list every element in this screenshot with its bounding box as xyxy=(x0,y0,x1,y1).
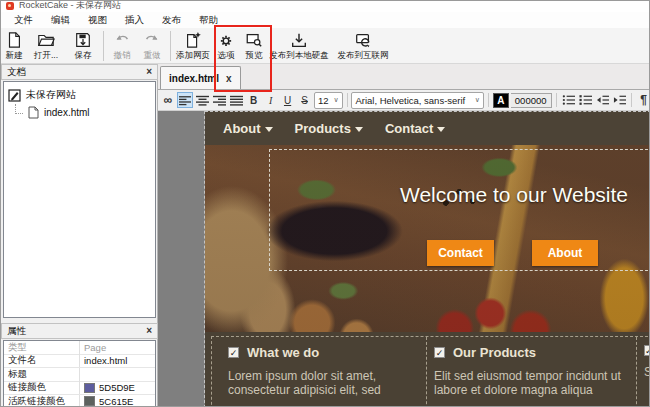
bullet-list-icon xyxy=(562,94,575,106)
indent-icon xyxy=(613,94,626,106)
strikethrough-button[interactable]: S xyxy=(297,92,312,108)
chevron-down-icon: ∨ xyxy=(333,96,338,104)
documents-panel: 文档 × 未保存网站 index.html xyxy=(1,64,158,320)
site-nav-about[interactable]: About xyxy=(223,121,273,136)
italic-button[interactable]: I xyxy=(263,92,278,108)
active-link-color-swatch[interactable] xyxy=(84,396,95,406)
sections-selection-outline: ✓ What we do Lorem ipsum dolor sit amet,… xyxy=(211,336,650,407)
font-family-select[interactable]: Arial, Helvetica, sans-serif ∨ xyxy=(351,92,484,109)
tab-index-html[interactable]: index.html x xyxy=(160,66,241,89)
left-sidebar: 文档 × 未保存网站 index.html 属性 xyxy=(1,64,158,407)
hero-image[interactable]: Welcome to our Website Contact About xyxy=(205,145,650,332)
format-toolbar: ∞ B I U S 12 ∨ xyxy=(158,90,650,111)
tab-close-icon[interactable]: x xyxy=(226,73,232,84)
property-row-link-color[interactable]: 链接颜色 5D5D9E xyxy=(4,382,155,396)
options-button[interactable]: 选项 xyxy=(212,30,240,62)
align-center-button[interactable] xyxy=(195,92,210,108)
preview-button[interactable]: 预览 xyxy=(240,30,268,62)
tab-strip: index.html x xyxy=(158,64,650,90)
tree-item-index-html[interactable]: index.html xyxy=(15,106,151,119)
new-document-icon xyxy=(4,31,24,49)
website-page[interactable]: About Products Contact Welcome to our We… xyxy=(204,111,650,407)
tree-root-label: 未保存网站 xyxy=(26,88,76,102)
menu-insert[interactable]: 插入 xyxy=(116,12,153,29)
toolbar-separator xyxy=(170,31,171,61)
add-page-button[interactable]: 添加网页 xyxy=(174,30,212,62)
undo-button[interactable]: 撤销 xyxy=(107,30,137,62)
documents-panel-header: 文档 × xyxy=(1,64,158,80)
app-logo-icon xyxy=(6,2,14,10)
menu-publish[interactable]: 发布 xyxy=(153,12,190,29)
section-checkbox[interactable]: ✓ xyxy=(434,347,445,358)
chevron-down-icon: ∨ xyxy=(475,96,480,104)
property-row-filename[interactable]: 文件名 index.html xyxy=(4,355,155,369)
tree-file-label: index.html xyxy=(44,107,90,118)
site-nav-contact[interactable]: Contact xyxy=(385,121,445,136)
menu-file[interactable]: 文件 xyxy=(5,12,42,29)
increase-indent-button[interactable] xyxy=(612,92,627,108)
add-page-icon xyxy=(183,31,203,49)
properties-table: 类型 Page 文件名 index.html 标题 链接颜色 5D5D9E 活跃… xyxy=(3,340,156,407)
toolbar-separator xyxy=(103,31,104,61)
underline-button[interactable]: U xyxy=(280,92,295,108)
align-left-icon xyxy=(179,95,191,106)
decrease-indent-button[interactable] xyxy=(595,92,610,108)
redo-arrow-icon xyxy=(142,31,162,49)
property-row-active-link-color[interactable]: 活跃链接颜色 5C615E xyxy=(4,395,155,407)
insert-link-button[interactable]: ∞ xyxy=(160,92,175,108)
hero-title[interactable]: Welcome to our Website xyxy=(400,183,628,207)
section-our-products[interactable]: ✓ Our Products Elit sed eiusmod tempor i… xyxy=(426,337,636,407)
section-checkbox[interactable]: ✓ xyxy=(644,345,650,356)
menu-view[interactable]: 视图 xyxy=(79,12,116,29)
properties-panel-title: 属性 xyxy=(7,325,146,338)
main-toolbar: 新建 打开... 保存 撤销 重做 xyxy=(1,28,650,64)
publish-web-button[interactable]: 发布到互联网 xyxy=(330,30,396,62)
site-nav-products[interactable]: Products xyxy=(295,121,363,136)
open-folder-icon xyxy=(36,31,56,49)
new-button[interactable]: 新建 xyxy=(2,30,26,62)
highlighted-button-group: 选项 预览 xyxy=(212,30,268,62)
section-third[interactable]: ✓ Sit xyxy=(636,337,650,407)
gear-icon xyxy=(216,31,236,49)
property-row-title[interactable]: 标题 xyxy=(4,368,155,382)
show-paragraph-marks-button[interactable]: ¶ xyxy=(636,92,650,108)
website-edit-icon xyxy=(8,89,21,102)
section-checkbox[interactable]: ✓ xyxy=(228,347,239,358)
dropdown-caret-icon xyxy=(437,127,445,132)
save-button[interactable]: 保存 xyxy=(66,30,100,62)
font-color-value-field[interactable]: 000000 xyxy=(511,93,552,108)
properties-panel: 属性 × 类型 Page 文件名 index.html 标题 链接颜色 5D5D… xyxy=(1,323,158,407)
align-left-button[interactable] xyxy=(177,92,193,108)
documents-panel-title: 文档 xyxy=(7,66,146,79)
menu-help[interactable]: 帮助 xyxy=(190,12,227,29)
bold-button[interactable]: B xyxy=(246,92,261,108)
link-color-swatch[interactable] xyxy=(84,383,95,393)
format-separator xyxy=(488,93,489,107)
align-justify-button[interactable] xyxy=(229,92,244,108)
publish-local-button[interactable]: 发布到本地硬盘 xyxy=(268,30,330,62)
dropdown-caret-icon xyxy=(265,127,273,132)
align-center-icon xyxy=(196,95,209,106)
numbered-list-button[interactable] xyxy=(578,92,593,108)
design-canvas: About Products Contact Welcome to our We… xyxy=(158,111,650,407)
align-right-button[interactable] xyxy=(212,92,227,108)
save-floppy-icon xyxy=(73,31,93,49)
properties-panel-header: 属性 × xyxy=(1,323,158,339)
font-size-select[interactable]: 12 ∨ xyxy=(314,92,342,109)
menu-bar: 文件 编辑 视图 插入 发布 帮助 xyxy=(1,12,650,28)
open-button[interactable]: 打开... xyxy=(26,30,66,62)
documents-tree: 未保存网站 index.html xyxy=(3,81,156,318)
about-button[interactable]: About xyxy=(532,240,598,266)
format-separator xyxy=(556,93,557,107)
documents-panel-close-icon[interactable]: × xyxy=(146,67,152,77)
editor-area: index.html x ∞ B I U S xyxy=(158,64,650,407)
tree-item-website-root[interactable]: 未保存网站 xyxy=(8,88,151,102)
numbered-list-icon xyxy=(579,94,592,106)
properties-panel-close-icon[interactable]: × xyxy=(146,326,152,336)
menu-edit[interactable]: 编辑 xyxy=(42,12,79,29)
contact-button[interactable]: Contact xyxy=(427,240,494,266)
font-color-button[interactable]: A xyxy=(493,93,509,108)
redo-button[interactable]: 重做 xyxy=(137,30,167,62)
bullet-list-button[interactable] xyxy=(561,92,576,108)
section-what-we-do[interactable]: ✓ What we do Lorem ipsum dolor sit amet,… xyxy=(212,337,426,407)
